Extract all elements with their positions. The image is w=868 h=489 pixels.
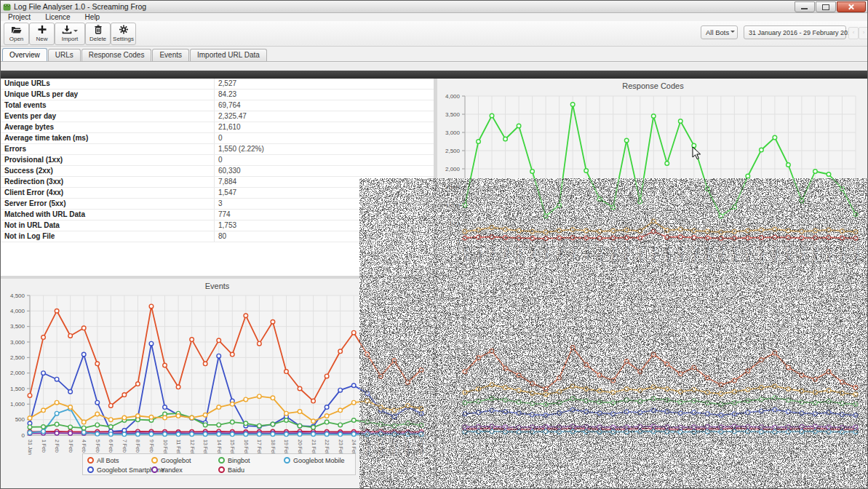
maximize-button[interactable] [816,1,836,12]
svg-text:4,000: 4,000 [10,308,25,314]
svg-text:4 Feb: 4 Feb [517,246,522,259]
open-folder-icon [11,25,22,34]
title-bar: Log File Analyser 1.0 - Screaming Frog [1,1,867,13]
new-button[interactable]: New [29,23,55,45]
svg-text:7 Feb: 7 Feb [122,440,127,453]
table-row: Average time taken (ms)0 [1,133,434,144]
legend-marker-icon [218,457,225,464]
tab-events[interactable]: Events [152,49,189,61]
settings-label: Settings [111,36,135,42]
date-range-value: 31 January 2016 - 29 February 2016 [749,29,855,36]
import-dropdown-caret-icon[interactable] [73,30,78,34]
svg-text:25 Feb: 25 Feb [365,440,370,456]
svg-text:27 Feb: 27 Feb [392,440,397,456]
legend-item: Googlebot Smartphone [87,465,151,474]
menu-bar: Project Licence Help [1,13,867,21]
close-button[interactable] [837,1,866,12]
svg-text:500: 500 [450,220,461,227]
svg-text:15 Feb: 15 Feb [665,246,670,262]
svg-text:28 Feb: 28 Feb [840,246,845,262]
legend-item: Googlebot Mobile [284,456,351,465]
svg-text:16 Feb: 16 Feb [678,246,683,262]
legend-item: Googlebot [151,456,218,465]
table-row: Unique URLs per day84.23 [1,90,434,100]
content-area: Unique URLs2,527 Unique URLs per day84.2… [1,79,867,489]
events-legend: All Bots Googlebot Bingbot Googlebot Mob… [82,453,356,475]
menu-help[interactable]: Help [78,13,108,21]
svg-text:18 Feb: 18 Feb [705,246,710,262]
tab-bar: Overview URLs Response Codes Events Impo… [1,47,867,62]
legend-marker-icon [87,466,94,473]
events-panel: Events 05001,0001,5002,0002,5003,0003,50… [1,279,434,489]
table-row: Not in Log File80 [1,231,434,242]
open-button[interactable]: Open [4,23,29,45]
legend-marker-icon [87,457,94,464]
tab-urls[interactable]: URLs [48,49,81,61]
legend-marker-icon [151,466,158,473]
svg-text:500: 500 [15,416,25,423]
legend-marker-icon [218,466,225,473]
svg-text:12 Feb: 12 Feb [624,246,629,262]
date-next-button[interactable]: › [859,27,868,39]
minimize-button[interactable] [795,1,815,12]
svg-text:1 Feb: 1 Feb [477,246,482,259]
svg-text:8 Feb: 8 Feb [570,246,576,259]
urls-chart [437,285,868,489]
table-row: Provisional (1xx)0 [1,155,434,166]
svg-text:3,000: 3,000 [10,339,25,346]
import-label: Import [55,36,84,42]
tab-overview[interactable]: Overview [2,48,47,61]
svg-text:28 Feb: 28 Feb [405,440,410,456]
svg-text:2,000: 2,000 [10,370,25,376]
menu-licence[interactable]: Licence [38,13,77,21]
svg-text:29 Feb: 29 Feb [419,440,424,456]
svg-text:4,500: 4,500 [10,293,25,299]
svg-text:1,000: 1,000 [10,401,25,408]
svg-text:2,500: 2,500 [445,148,461,154]
table-row: Client Error (4xx)1,547 [1,188,434,199]
svg-text:13 Feb: 13 Feb [638,246,643,262]
urls-panel [437,285,868,489]
svg-text:17 Feb: 17 Feb [692,246,697,262]
svg-text:7 Feb: 7 Feb [557,246,562,259]
settings-button[interactable]: Settings [111,23,136,45]
table-row: Errors1,550 (2.22%) [1,144,434,155]
svg-text:9 Feb: 9 Feb [149,440,154,453]
svg-text:27 Feb: 27 Feb [827,246,832,262]
import-button[interactable]: Import [55,23,85,45]
menu-project[interactable]: Project [1,13,38,21]
table-row: Success (2xx)60,330 [1,166,434,177]
svg-text:23 Feb: 23 Feb [773,246,778,262]
svg-text:20 Feb: 20 Feb [732,246,737,262]
svg-text:0: 0 [22,432,25,439]
svg-text:3,000: 3,000 [445,130,461,136]
new-label: New [30,36,54,42]
minimize-icon [801,8,808,9]
response-codes-chart-title: Response Codes [437,82,868,90]
legend-marker-icon [284,457,290,464]
bot-filter-value: All Bots [706,28,729,36]
table-row: Unique URLs2,527 [1,79,434,90]
date-prev-button[interactable]: ‹ [848,27,859,39]
bot-filter-dropdown[interactable]: All Bots [701,25,738,39]
dark-separator-band [1,71,867,79]
svg-text:25 Feb: 25 Feb [800,246,805,262]
svg-text:2,000: 2,000 [445,166,461,172]
delete-button[interactable]: Delete [85,23,111,45]
table-row: Total events69,764 [1,100,434,111]
svg-text:5 Feb: 5 Feb [530,246,535,259]
tab-imported-url-data[interactable]: Imported URL Data [190,49,267,61]
svg-text:10 Feb: 10 Feb [597,246,602,262]
svg-text:5 Feb: 5 Feb [95,440,100,453]
events-chart-title: Events [1,282,434,290]
date-range-dropdown[interactable]: 31 January 2016 - 29 February 2016 [744,25,846,39]
legend-item: Yandex [151,465,218,474]
svg-text:0: 0 [457,239,461,245]
table-row: Matched with URL Data774 [1,210,434,220]
overview-stats-table: Unique URLs2,527 Unique URLs per day84.2… [1,79,434,276]
chevron-down-icon [730,31,735,35]
svg-text:3,500: 3,500 [445,111,461,118]
table-row: Redirection (3xx)7,884 [1,177,434,188]
maximize-icon [822,4,829,10]
tab-response-codes[interactable]: Response Codes [81,49,152,61]
